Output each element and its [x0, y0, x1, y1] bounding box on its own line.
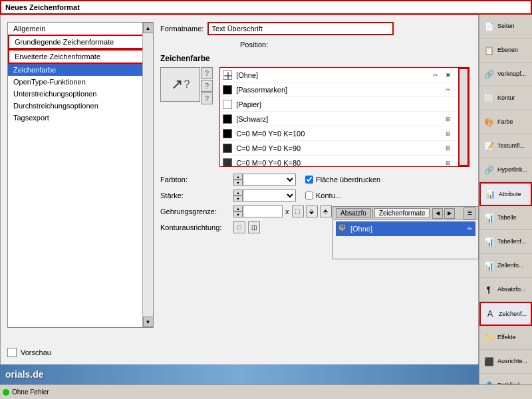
sidebar-item-tabelle[interactable]: 📊 Tabelle	[479, 206, 532, 230]
sidebar-item-seiten[interactable]: 📄 Seiten	[479, 15, 532, 39]
list-item[interactable]: Durchstreichungsoptionen	[8, 100, 153, 112]
sidebar-item-zeichenf[interactable]: A Zeichenf...	[479, 302, 532, 326]
color-name: [Schwarz]	[236, 115, 443, 123]
starke-arrows[interactable]: ▲ ▼	[233, 190, 243, 201]
gehrung-down[interactable]: ▼	[233, 211, 243, 217]
starke-up[interactable]: ▲	[233, 190, 243, 196]
color-swatch	[223, 70, 232, 80]
fp-next-arrow[interactable]: ▶	[444, 208, 455, 219]
sidebar-item-absatzfo[interactable]: ¶ Absatzfo...	[479, 278, 532, 302]
color-item-papier[interactable]: [Papier]	[220, 97, 469, 112]
sidebar-item-ausrichte[interactable]: ⬛ Ausrichte...	[479, 350, 532, 374]
fp-tab-absatzfo[interactable]: Absatzfo	[336, 208, 371, 218]
position-label: Position:	[240, 41, 268, 49]
color-item-passermarken[interactable]: [Passermarken] ✂ ✚	[220, 82, 469, 97]
gehrung-up[interactable]: ▲	[233, 205, 243, 211]
list-item[interactable]: Grundlegende Zeichenformate	[8, 35, 153, 49]
farbton-down[interactable]: ▼	[233, 180, 243, 186]
sidebar-item-hyperlink[interactable]: 🔗 Hyperlink...	[479, 158, 532, 182]
color-icon-area: ↗ ? ? ? ?	[160, 67, 213, 107]
scroll-track[interactable]	[143, 33, 153, 317]
color-delete-icon: ✖	[443, 70, 454, 80]
list-item[interactable]: Tagsexport	[8, 112, 153, 124]
sidebar-item-verknupf[interactable]: 🔗 Verknüpf...	[479, 63, 532, 86]
color-swatch	[223, 144, 232, 153]
sidebar-item-farbe[interactable]: 🎨 Farbe	[479, 110, 532, 134]
sidebar-item-zellenfo[interactable]: 📊 Zellenfo...	[479, 254, 532, 278]
farbton-dropdown[interactable]	[243, 174, 296, 186]
color-edit-icon: ✂	[430, 70, 441, 80]
scroll-down-arrow[interactable]: ▼	[143, 317, 154, 327]
tabelle-icon: 📊	[482, 211, 495, 225]
sidebar-label-kontur: Kontur	[497, 94, 515, 102]
preview-label: Vorschau	[21, 348, 51, 356]
sidebar-item-attribute[interactable]: 📊 Attribute	[479, 182, 532, 206]
kontur-checkbox[interactable]	[305, 192, 313, 200]
starke-down[interactable]: ▼	[233, 196, 243, 201]
status-text: Ohne Fehler	[12, 388, 49, 396]
list-item[interactable]: Allgemein	[8, 23, 153, 35]
gehrung-x: x	[285, 207, 289, 215]
color-swatch	[223, 85, 232, 94]
color-item-k100[interactable]: C=0 M=0 Y=0 K=100 ⊞ ✖	[220, 126, 469, 141]
sidebar-item-effekte[interactable]: ✨ Effekte	[479, 326, 532, 350]
sidebar-label-tabellenf: Tabellenf...	[497, 238, 527, 245]
question-icon: ?	[184, 78, 190, 90]
gehrung-icon2[interactable]: ⬙	[306, 205, 318, 217]
gehrung-input[interactable]	[243, 205, 283, 217]
starke-dropdown[interactable]	[243, 190, 296, 201]
main-dialog: Allgemein Grundlegende Zeichenformate Er…	[0, 15, 479, 371]
status-dot	[3, 389, 9, 396]
kontur-icon: ⬜	[482, 92, 495, 105]
list-item[interactable]: Erweiterte Zeichenformate	[8, 49, 153, 64]
gehrung-icon3[interactable]: ⬘	[320, 205, 332, 217]
color-item-none[interactable]: [Ohne] ✂ ✖ ▲	[220, 68, 469, 82]
outline-icon2[interactable]: ◫	[248, 221, 260, 233]
preview-checkbox[interactable]	[7, 348, 17, 357]
color-swatch	[223, 114, 232, 124]
floating-panel: Absatzfo Zeichenformate ◀ ▶ ☰ 🔱 [Ohne] ✏	[332, 206, 479, 259]
color-list-scrollbar[interactable]	[458, 68, 469, 166]
outline-icon1[interactable]: □	[233, 221, 245, 233]
farbton-arrows[interactable]: ▲ ▼	[233, 174, 243, 186]
list-item-zeichenfarbe[interactable]: Zeichenfarbe	[8, 64, 153, 76]
color-edit-icon: ✂	[443, 84, 454, 95]
effekte-icon: ✨	[482, 331, 495, 344]
color-name: [Passermarken]	[236, 86, 443, 94]
color-swatch	[223, 158, 232, 168]
sidebar-label-effekte: Effekte	[497, 334, 516, 341]
sidebar-label-tabelle: Tabelle	[497, 214, 517, 221]
watermark-stripe: orials.de	[0, 364, 479, 384]
kontur-ausrichtung-label: Konturausrichtung:	[160, 223, 233, 231]
fp-selected-item[interactable]: 🔱 [Ohne] ✏	[336, 221, 475, 236]
left-panel-scrollbar[interactable]: ▲ ▼	[142, 23, 153, 327]
sidebar-item-kontur[interactable]: ⬜ Kontur	[479, 86, 532, 110]
fp-arrows: ◀ ▶	[432, 208, 455, 219]
gehrung-arrows[interactable]: ▲ ▼	[233, 205, 243, 217]
farbton-up[interactable]: ▲	[233, 174, 243, 180]
tabellenf-icon: 📊	[482, 235, 495, 249]
flache-uberdrucken-checkbox[interactable]	[305, 176, 313, 184]
fp-prev-arrow[interactable]: ◀	[432, 208, 443, 219]
sidebar-item-ebenen[interactable]: 📋 Ebenen	[479, 39, 532, 63]
attribute-icon: 📊	[483, 188, 497, 201]
list-item[interactable]: OpenType-Funktionen	[8, 76, 153, 88]
scroll-up-arrow[interactable]: ▲	[143, 23, 154, 33]
preview-row: Vorschau	[7, 348, 51, 357]
sidebar-item-textumfl[interactable]: 📝 Textumfl...	[479, 134, 532, 158]
color-swatch	[223, 129, 232, 138]
sidebar-item-tabellenf[interactable]: 📊 Tabellenf...	[479, 230, 532, 254]
color-swatch	[223, 100, 232, 109]
gehrung-icons: ⬚ ⬙ ⬘	[292, 205, 332, 217]
fp-edit-icon[interactable]: ✏	[467, 225, 473, 232]
format-name-input[interactable]	[207, 22, 394, 35]
sidebar-label-seiten: Seiten	[497, 23, 515, 30]
color-item-k80[interactable]: C=0 M=0 Y=0 K=80 ⊞ ✖	[220, 156, 469, 167]
list-item[interactable]: Unterstreichungsoptionen	[8, 88, 153, 100]
fp-menu-button[interactable]: ☰	[464, 207, 475, 219]
fp-tab-zeichenformate[interactable]: Zeichenformate	[374, 208, 430, 218]
gehrung-icon1[interactable]: ⬚	[292, 205, 304, 217]
color-name: [Ohne]	[236, 71, 430, 79]
color-item-k90[interactable]: C=0 M=0 Y=0 K=90 ⊞ ✖	[220, 141, 469, 156]
color-item-schwarz[interactable]: [Schwarz] ⊞ ✖	[220, 112, 469, 126]
